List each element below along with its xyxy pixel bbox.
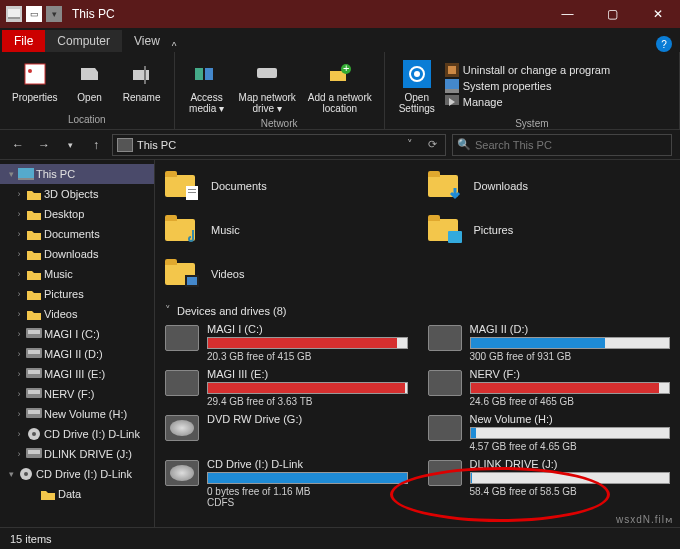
folder-pictures[interactable]: Pictures: [428, 210, 671, 250]
expand-icon[interactable]: ›: [14, 289, 24, 299]
drive-icon: [428, 325, 462, 351]
tree-item-nerv-f-[interactable]: ›NERV (F:): [0, 384, 154, 404]
forward-button[interactable]: →: [34, 135, 54, 155]
tree-label: Videos: [44, 308, 77, 320]
folder-videos[interactable]: Videos: [165, 254, 408, 294]
expand-icon[interactable]: ›: [14, 309, 24, 319]
expand-icon[interactable]: ▾: [6, 169, 16, 179]
expand-icon[interactable]: ›: [14, 449, 24, 459]
folder-documents[interactable]: Documents: [165, 166, 408, 206]
tree-label: Desktop: [44, 208, 84, 220]
qat-props-icon[interactable]: ▾: [46, 6, 62, 22]
open-settings-button[interactable]: Open Settings: [393, 56, 441, 116]
content-pane[interactable]: DocumentsDownloadsMusicPicturesVideos ˅ …: [155, 160, 680, 527]
ribbon-collapse-icon[interactable]: ^: [172, 41, 177, 52]
drive-magi-ii-d-[interactable]: MAGI II (D:)300 GB free of 931 GB: [428, 323, 671, 362]
system-properties-button[interactable]: System properties: [445, 79, 610, 93]
expand-icon[interactable]: ›: [14, 349, 24, 359]
expand-icon[interactable]: ▾: [6, 469, 16, 479]
tree-item-music[interactable]: ›Music: [0, 264, 154, 284]
drive-icon: [165, 415, 199, 441]
svg-rect-22: [28, 330, 40, 334]
tree-item-data[interactable]: Data: [0, 484, 154, 504]
tree-item-3d-objects[interactable]: ›3D Objects: [0, 184, 154, 204]
search-box[interactable]: 🔍: [452, 134, 672, 156]
tree-item-magi-i-c-[interactable]: ›MAGI I (C:): [0, 324, 154, 344]
drive-free: 29.4 GB free of 3.63 TB: [207, 396, 408, 407]
up-button[interactable]: ↑: [86, 135, 106, 155]
drive-magi-iii-e-[interactable]: MAGI III (E:)29.4 GB free of 3.63 TB: [165, 368, 408, 407]
expand-icon[interactable]: ›: [14, 269, 24, 279]
drive-cd-drive-i-d-link[interactable]: CD Drive (I:) D-Link0 bytes free of 1.16…: [165, 458, 408, 508]
properties-button[interactable]: Properties: [8, 56, 62, 112]
tree-label: CD Drive (I:) D-Link: [44, 428, 140, 440]
manage-button[interactable]: Manage: [445, 95, 610, 109]
folder-icon: [165, 171, 201, 201]
tree-item-magi-iii-e-[interactable]: ›MAGI III (E:): [0, 364, 154, 384]
search-input[interactable]: [475, 139, 667, 151]
expand-icon[interactable]: ›: [14, 409, 24, 419]
svg-point-3: [28, 69, 32, 73]
drive-dvd-rw-drive-g-[interactable]: DVD RW Drive (G:): [165, 413, 408, 452]
map-drive-button[interactable]: Map network drive ▾: [235, 56, 300, 116]
svg-rect-19: [18, 168, 34, 178]
navigation-tree[interactable]: ▾This PC›3D Objects›Desktop›Documents›Do…: [0, 160, 155, 527]
expand-icon[interactable]: ›: [14, 429, 24, 439]
tab-file[interactable]: File: [2, 30, 45, 52]
tab-computer[interactable]: Computer: [45, 30, 122, 52]
access-media-button[interactable]: Access media ▾: [183, 56, 231, 116]
devices-section-header[interactable]: ˅ Devices and drives (8): [165, 304, 670, 317]
tree-item-dlink-drive-j-[interactable]: ›DLINK DRIVE (J:): [0, 444, 154, 464]
tree-item-pictures[interactable]: ›Pictures: [0, 284, 154, 304]
open-button[interactable]: Open: [66, 56, 114, 112]
address-dropdown-icon[interactable]: ˅: [401, 138, 419, 151]
expand-icon[interactable]: ›: [14, 209, 24, 219]
tree-item-desktop[interactable]: ›Desktop: [0, 204, 154, 224]
rename-button[interactable]: Rename: [118, 56, 166, 112]
refresh-icon[interactable]: ⟳: [423, 138, 441, 151]
drive-dlink-drive-j-[interactable]: DLINK DRIVE (J:)58.4 GB free of 58.5 GB: [428, 458, 671, 508]
tree-item-cd-drive-i-d-link[interactable]: ›CD Drive (I:) D-Link: [0, 424, 154, 444]
qat-save-icon[interactable]: ▭: [26, 6, 42, 22]
tree-icon: [26, 247, 42, 261]
tree-icon: [26, 407, 42, 421]
back-button[interactable]: ←: [8, 135, 28, 155]
status-bar: 15 items: [0, 527, 680, 549]
tree-icon: [26, 187, 42, 201]
drive-magi-i-c-[interactable]: MAGI I (C:)20.3 GB free of 415 GB: [165, 323, 408, 362]
pc-icon: [117, 138, 133, 152]
folder-label: Downloads: [474, 180, 528, 192]
tab-view[interactable]: View: [122, 30, 172, 52]
tree-item-new-volume-h-[interactable]: ›New Volume (H:): [0, 404, 154, 424]
expand-icon[interactable]: ›: [14, 229, 24, 239]
expand-icon[interactable]: ›: [14, 189, 24, 199]
tree-item-documents[interactable]: ›Documents: [0, 224, 154, 244]
tree-item-cd-drive-i-d-link[interactable]: ▾CD Drive (I:) D-Link: [0, 464, 154, 484]
drive-new-volume-h-[interactable]: New Volume (H:)4.57 GB free of 4.65 GB: [428, 413, 671, 452]
tree-item-videos[interactable]: ›Videos: [0, 304, 154, 324]
maximize-button[interactable]: ▢: [590, 0, 635, 28]
tree-icon: [26, 327, 42, 341]
expand-icon[interactable]: ›: [14, 389, 24, 399]
ribbon-tabs: File Computer View ^ ?: [0, 28, 680, 52]
expand-icon[interactable]: ›: [14, 329, 24, 339]
tree-item-magi-ii-d-[interactable]: ›MAGI II (D:): [0, 344, 154, 364]
minimize-button[interactable]: —: [545, 0, 590, 28]
help-icon[interactable]: ?: [656, 36, 672, 52]
svg-rect-5: [144, 66, 146, 84]
recent-locations-button[interactable]: ▾: [60, 135, 80, 155]
address-bar[interactable]: ˅ ⟳: [112, 134, 446, 156]
add-network-location-button[interactable]: +Add a network location: [304, 56, 376, 116]
drive-nerv-f-[interactable]: NERV (F:)24.6 GB free of 465 GB: [428, 368, 671, 407]
drive-icon: [428, 460, 462, 486]
tree-icon: [18, 167, 34, 181]
tree-item-downloads[interactable]: ›Downloads: [0, 244, 154, 264]
folder-music[interactable]: Music: [165, 210, 408, 250]
expand-icon[interactable]: ›: [14, 249, 24, 259]
tree-item-this-pc[interactable]: ▾This PC: [0, 164, 154, 184]
folder-downloads[interactable]: Downloads: [428, 166, 671, 206]
uninstall-program-button[interactable]: Uninstall or change a program: [445, 63, 610, 77]
expand-icon[interactable]: ›: [14, 369, 24, 379]
close-button[interactable]: ✕: [635, 0, 680, 28]
address-input[interactable]: [137, 139, 397, 151]
